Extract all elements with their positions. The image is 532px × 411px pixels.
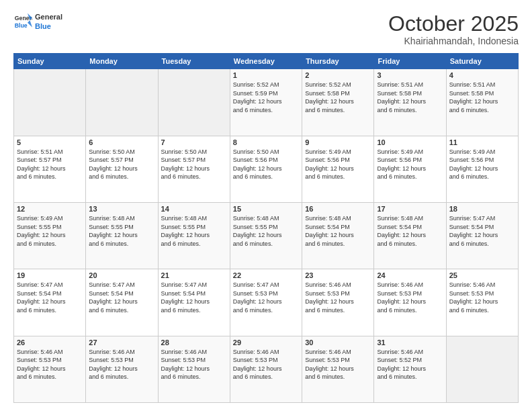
cell-info: Sunrise: 5:46 AM Sunset: 5:53 PM Dayligh… [449,281,515,314]
calendar-cell: 15Sunrise: 5:48 AM Sunset: 5:55 PM Dayli… [230,202,302,269]
cell-info: Sunrise: 5:46 AM Sunset: 5:52 PM Dayligh… [377,348,443,381]
day-number: 14 [161,205,227,213]
day-number: 30 [305,338,371,347]
cell-info: Sunrise: 5:48 AM Sunset: 5:55 PM Dayligh… [233,214,299,248]
calendar-cell: 22Sunrise: 5:47 AM Sunset: 5:53 PM Dayli… [230,269,302,336]
calendar-cell: 25Sunrise: 5:46 AM Sunset: 5:53 PM Dayli… [446,269,518,336]
day-number: 2 [305,71,371,79]
cell-info: Sunrise: 5:47 AM Sunset: 5:54 PM Dayligh… [161,281,227,314]
cell-info: Sunrise: 5:51 AM Sunset: 5:58 PM Dayligh… [377,81,443,114]
calendar-cell: 13Sunrise: 5:48 AM Sunset: 5:55 PM Dayli… [86,202,158,269]
calendar-week-row: 19Sunrise: 5:47 AM Sunset: 5:54 PM Dayli… [14,269,519,336]
svg-text:Blue: Blue [15,22,28,29]
calendar-cell: 17Sunrise: 5:48 AM Sunset: 5:54 PM Dayli… [374,202,446,269]
cell-info: Sunrise: 5:50 AM Sunset: 5:56 PM Dayligh… [233,148,299,181]
calendar-cell: 8Sunrise: 5:50 AM Sunset: 5:56 PM Daylig… [230,136,302,202]
day-number: 22 [233,271,299,279]
day-number: 3 [377,71,443,79]
calendar-cell: 3Sunrise: 5:51 AM Sunset: 5:58 PM Daylig… [374,69,446,136]
day-number: 8 [233,138,299,146]
logo-line2: Blue [35,21,62,31]
day-number: 28 [161,338,227,347]
weekday-header: Thursday [302,54,374,69]
calendar-cell: 6Sunrise: 5:50 AM Sunset: 5:57 PM Daylig… [86,136,158,202]
header: General Blue General Blue October 2025 K… [13,12,519,46]
day-number: 13 [89,205,154,213]
calendar-cell [158,69,230,136]
cell-info: Sunrise: 5:47 AM Sunset: 5:53 PM Dayligh… [233,281,299,314]
cell-info: Sunrise: 5:47 AM Sunset: 5:54 PM Dayligh… [449,214,515,248]
calendar-week-row: 26Sunrise: 5:46 AM Sunset: 5:53 PM Dayli… [14,336,519,402]
day-number: 10 [377,138,443,146]
day-number: 31 [377,338,443,347]
cell-info: Sunrise: 5:46 AM Sunset: 5:53 PM Dayligh… [305,348,371,381]
calendar-cell [446,336,518,402]
calendar-cell: 27Sunrise: 5:46 AM Sunset: 5:53 PM Dayli… [86,336,158,402]
day-number: 4 [449,71,515,79]
subtitle: Khairiahmandah, Indonesia [388,36,519,46]
month-title: October 2025 [388,12,519,36]
logo-line1: General [35,12,62,21]
cell-info: Sunrise: 5:49 AM Sunset: 5:56 PM Dayligh… [305,148,371,181]
calendar-cell [14,69,86,136]
day-number: 25 [449,271,515,279]
cell-info: Sunrise: 5:48 AM Sunset: 5:54 PM Dayligh… [305,214,371,248]
calendar-cell: 24Sunrise: 5:46 AM Sunset: 5:53 PM Dayli… [374,269,446,336]
page: General Blue General Blue October 2025 K… [0,0,532,411]
cell-info: Sunrise: 5:46 AM Sunset: 5:53 PM Dayligh… [161,348,227,381]
day-number: 17 [377,205,443,213]
day-number: 5 [17,138,83,146]
cell-info: Sunrise: 5:52 AM Sunset: 5:58 PM Dayligh… [305,81,371,114]
calendar-header-row: SundayMondayTuesdayWednesdayThursdayFrid… [14,54,519,69]
cell-info: Sunrise: 5:46 AM Sunset: 5:53 PM Dayligh… [305,281,371,314]
calendar-cell: 2Sunrise: 5:52 AM Sunset: 5:58 PM Daylig… [302,69,374,136]
calendar-cell: 26Sunrise: 5:46 AM Sunset: 5:53 PM Dayli… [14,336,86,402]
day-number: 18 [449,205,515,213]
weekday-header: Wednesday [230,54,302,69]
day-number: 24 [377,271,443,279]
day-number: 6 [89,138,154,146]
calendar-cell [86,69,158,136]
calendar-cell: 30Sunrise: 5:46 AM Sunset: 5:53 PM Dayli… [302,336,374,402]
cell-info: Sunrise: 5:51 AM Sunset: 5:57 PM Dayligh… [17,148,83,181]
cell-info: Sunrise: 5:50 AM Sunset: 5:57 PM Dayligh… [89,148,154,181]
cell-info: Sunrise: 5:48 AM Sunset: 5:55 PM Dayligh… [161,214,227,248]
day-number: 11 [449,138,515,146]
calendar-cell: 14Sunrise: 5:48 AM Sunset: 5:55 PM Dayli… [158,202,230,269]
calendar-cell: 5Sunrise: 5:51 AM Sunset: 5:57 PM Daylig… [14,136,86,202]
calendar-cell: 23Sunrise: 5:46 AM Sunset: 5:53 PM Dayli… [302,269,374,336]
day-number: 26 [17,338,83,347]
cell-info: Sunrise: 5:49 AM Sunset: 5:56 PM Dayligh… [449,148,515,181]
cell-info: Sunrise: 5:46 AM Sunset: 5:53 PM Dayligh… [17,348,83,381]
weekday-header: Saturday [446,54,518,69]
day-number: 27 [89,338,154,347]
calendar-cell: 1Sunrise: 5:52 AM Sunset: 5:59 PM Daylig… [230,69,302,136]
logo-icon: General Blue [13,12,32,31]
day-number: 23 [305,271,371,279]
day-number: 15 [233,205,299,213]
calendar-week-row: 12Sunrise: 5:49 AM Sunset: 5:55 PM Dayli… [14,202,519,269]
day-number: 16 [305,205,371,213]
cell-info: Sunrise: 5:46 AM Sunset: 5:53 PM Dayligh… [89,348,154,381]
calendar-cell: 18Sunrise: 5:47 AM Sunset: 5:54 PM Dayli… [446,202,518,269]
calendar-cell: 7Sunrise: 5:50 AM Sunset: 5:57 PM Daylig… [158,136,230,202]
calendar-table: SundayMondayTuesdayWednesdayThursdayFrid… [13,53,519,403]
calendar-week-row: 1Sunrise: 5:52 AM Sunset: 5:59 PM Daylig… [14,69,519,136]
calendar-cell: 9Sunrise: 5:49 AM Sunset: 5:56 PM Daylig… [302,136,374,202]
cell-info: Sunrise: 5:46 AM Sunset: 5:53 PM Dayligh… [233,348,299,381]
day-number: 7 [161,138,227,146]
cell-info: Sunrise: 5:50 AM Sunset: 5:57 PM Dayligh… [161,148,227,181]
logo: General Blue General Blue [13,12,62,32]
cell-info: Sunrise: 5:52 AM Sunset: 5:59 PM Dayligh… [233,81,299,114]
cell-info: Sunrise: 5:48 AM Sunset: 5:55 PM Dayligh… [89,214,154,248]
title-block: October 2025 Khairiahmandah, Indonesia [388,12,519,46]
cell-info: Sunrise: 5:47 AM Sunset: 5:54 PM Dayligh… [89,281,154,314]
cell-info: Sunrise: 5:51 AM Sunset: 5:58 PM Dayligh… [449,81,515,114]
calendar-cell: 20Sunrise: 5:47 AM Sunset: 5:54 PM Dayli… [86,269,158,336]
weekday-header: Tuesday [158,54,230,69]
cell-info: Sunrise: 5:47 AM Sunset: 5:54 PM Dayligh… [17,281,83,314]
cell-info: Sunrise: 5:49 AM Sunset: 5:56 PM Dayligh… [377,148,443,181]
day-number: 29 [233,338,299,347]
day-number: 9 [305,138,371,146]
day-number: 20 [89,271,154,279]
